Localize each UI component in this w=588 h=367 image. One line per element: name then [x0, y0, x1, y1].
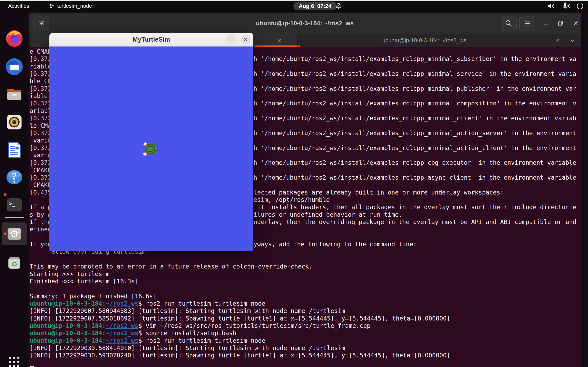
turtlesim-close-button[interactable]: × — [241, 35, 251, 44]
active-tab-underline — [255, 45, 300, 47]
turtlesim-window-title: MyTurtleSim — [49, 33, 253, 47]
activities-label: Activities — [8, 3, 29, 9]
dock-item-rhythmbox[interactable] — [4, 112, 25, 132]
menu-button[interactable] — [519, 16, 535, 31]
rhythmbox-icon — [4, 112, 24, 132]
hamburger-icon — [523, 19, 531, 27]
system-status-area[interactable] — [547, 1, 584, 11]
volume-icon — [547, 2, 556, 9]
top-bar: Activities turtlesim_node Aug 6 07:24 — [0, 1, 588, 11]
terminal-row — [29, 359, 581, 367]
gear-icon: ⚙ — [4, 224, 24, 244]
minimize-button[interactable] — [539, 17, 552, 29]
help-icon: ? — [4, 167, 24, 187]
screen-top-strip — [0, 0, 588, 1]
terminal-app-icon: >_ — [4, 195, 24, 215]
terminal-row: ubuntu@ip-10-0-3-184:~/ros2_ws$ ros2 run… — [29, 337, 581, 345]
turtlesim-canvas — [49, 47, 253, 251]
clock-time: 07:24 — [317, 3, 331, 9]
tab-2-close-button[interactable]: × — [553, 36, 562, 45]
power-icon — [576, 2, 584, 10]
terminal-row: ubuntu@ip-10-0-3-184:~/ros2_ws$ ros2 run… — [29, 300, 581, 308]
desktop: Activities turtlesim_node Aug 6 07:24 — [0, 0, 588, 367]
turtle-sprite — [143, 142, 159, 156]
terminal-row: [INFO] [1722929030.588414010] [turtlesim… — [29, 344, 581, 352]
dock-item-help[interactable]: ? — [4, 167, 25, 187]
terminal-row: [INFO] [1722929007.580944383] [turtlesim… — [29, 307, 581, 315]
firefox-icon — [4, 28, 24, 48]
clock-date: Aug 6 — [299, 3, 314, 9]
terminal-row: This may be promoted to an error in a fu… — [29, 263, 581, 270]
dock-item-firefox[interactable] — [4, 28, 25, 48]
svg-text:?: ? — [12, 171, 17, 182]
search-button[interactable] — [501, 16, 517, 31]
tab-2[interactable]: ubuntu@ip-10-0-3-184: ~/ros2_ws × — [297, 34, 581, 47]
terminal-row: [INFO] [1722929007.585018692] [turtlesim… — [29, 315, 581, 322]
svg-text:⚙: ⚙ — [10, 228, 19, 240]
turtlesim-titlebar[interactable]: MyTurtleSim – × — [49, 33, 253, 47]
dock-item-terminal[interactable]: >_ — [4, 195, 25, 215]
tab-list-chevron-icon[interactable] — [568, 37, 577, 44]
tab-1-close-button[interactable]: × — [275, 36, 284, 45]
terminal-row — [29, 285, 581, 292]
dock-item-trash[interactable]: ♻ — [4, 252, 25, 272]
dock: ? >_ ⚙ — [0, 11, 29, 367]
libreoffice-writer-icon — [4, 140, 24, 160]
terminal-cursor — [30, 360, 34, 367]
terminal-row: [INFO] [1722929030.593020240] [turtlesim… — [29, 352, 581, 359]
microphone-icon — [562, 2, 571, 10]
thunderbird-icon — [4, 57, 24, 76]
dock-separator — [5, 217, 24, 218]
tab-2-label: ubuntu@ip-10-0-3-184: ~/ros2_ws — [298, 34, 551, 47]
terminal-row: Summary: 1 package finished [16.6s] — [29, 292, 581, 300]
trash-icon: ♻ — [4, 252, 24, 272]
terminal-row: Finished <<< turtlesim [16.3s] — [29, 278, 581, 285]
terminal-window-title: ubuntu@ip-10-0-3-184: ~/ros2_ws — [29, 13, 581, 34]
focused-app-label: turtlesim_node — [57, 3, 92, 9]
focused-app-menu[interactable]: turtlesim_node — [49, 1, 92, 11]
terminal-row — [29, 256, 581, 263]
svg-text:♻: ♻ — [11, 260, 17, 268]
dock-item-libreoffice-writer[interactable] — [4, 140, 25, 160]
terminal-row: ubuntu@ip-10-0-3-184:~/ros2_ws$ source i… — [29, 329, 581, 337]
notifications-muted-icon[interactable] — [335, 1, 342, 11]
show-apps-button[interactable] — [4, 352, 25, 367]
close-button[interactable] — [570, 17, 582, 29]
restore-button[interactable] — [554, 17, 567, 29]
terminal-row: ubuntu@ip-10-0-3-184:~/ros2_ws$ vim ~/ro… — [29, 322, 581, 330]
svg-text:>_: >_ — [9, 201, 16, 207]
activities-button[interactable]: Activities — [8, 1, 29, 11]
dock-item-settings[interactable]: ⚙ — [4, 224, 25, 244]
terminal-row: Starting >>> turtlesim — [29, 270, 581, 278]
files-icon — [4, 85, 24, 104]
turtlesim-window: MyTurtleSim – × — [49, 33, 253, 251]
terminal-headerbar: ubuntu@ip-10-0-3-184: ~/ros2_ws — [29, 13, 581, 34]
dock-item-files[interactable] — [4, 84, 25, 105]
turtlesim-minimize-button[interactable]: – — [226, 35, 236, 44]
dock-item-thunderbird[interactable] — [4, 57, 25, 77]
clock-button[interactable]: Aug 6 07:24 — [293, 2, 337, 10]
ros-node-icon — [49, 3, 55, 9]
show-apps-grid-icon — [7, 355, 22, 367]
search-icon — [504, 19, 513, 27]
